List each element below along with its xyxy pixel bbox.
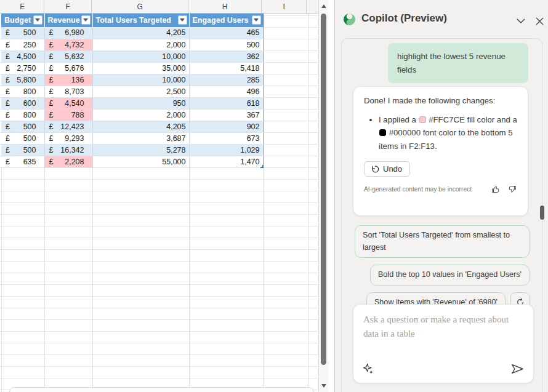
table-row: £800 £8,703 2,500 496: [1, 86, 263, 97]
cell[interactable]: 5,278: [92, 144, 189, 156]
sheet-vertical-scrollbar[interactable]: [318, 0, 328, 392]
cell[interactable]: 5,418: [189, 62, 263, 74]
cell[interactable]: 950: [92, 97, 189, 109]
fill-color-swatch: [419, 116, 426, 123]
cell[interactable]: £635: [1, 156, 44, 167]
table-row: £500 £16,342 5,278 1,029: [1, 144, 263, 156]
column-header-h[interactable]: H: [188, 0, 262, 13]
cell[interactable]: 285: [189, 74, 263, 86]
bottom-overlay: [9, 387, 314, 392]
cell[interactable]: £5,676: [44, 62, 92, 74]
column-header-i[interactable]: I: [262, 0, 307, 13]
suggestion-chips: Sort 'Total Users Targeted' from smalles…: [355, 225, 530, 313]
cell[interactable]: 10,000: [92, 50, 189, 62]
cell[interactable]: 618: [189, 97, 263, 109]
filter-dropdown-icon[interactable]: [81, 15, 91, 25]
cell[interactable]: £800: [1, 86, 44, 97]
thumbs-up-icon[interactable]: [491, 185, 500, 194]
table-row: £800 £788 2,000 367: [1, 109, 263, 121]
cell[interactable]: £12,423: [44, 121, 92, 132]
suggestion-chip-bold[interactable]: Bold the top 10 values in 'Engaged Users…: [370, 265, 530, 286]
spreadsheet-grid[interactable]: E F G H I Budget Revenue Total Users Tar…: [0, 0, 318, 392]
cell[interactable]: £500: [1, 27, 44, 39]
table-resize-handle[interactable]: [260, 165, 264, 168]
cell[interactable]: £800: [1, 109, 44, 121]
app-window: E F G H I Budget Revenue Total Users Tar…: [0, 0, 548, 392]
highlighted-cell[interactable]: £136: [44, 74, 92, 86]
highlighted-cell[interactable]: £4,540: [44, 97, 92, 109]
cell[interactable]: £16,342: [44, 144, 92, 156]
table-row: £5,800 £136 10,000 285: [1, 74, 263, 86]
header-total-users-targeted[interactable]: Total Users Targeted: [92, 14, 189, 27]
cell[interactable]: £5,800: [1, 74, 44, 86]
cell[interactable]: 465: [189, 27, 263, 39]
undo-icon: [371, 165, 379, 174]
table-row: £500 £9,293 3,687 673: [1, 132, 263, 144]
filter-dropdown-icon[interactable]: [33, 15, 42, 25]
cell[interactable]: £500: [1, 132, 44, 144]
response-intro: Done! I made the following changes:: [364, 96, 517, 105]
font-color-swatch: [379, 129, 386, 136]
cell[interactable]: 2,000: [92, 39, 189, 50]
cell[interactable]: 1,029: [189, 144, 263, 156]
table-row: £635 £2,208 55,000 1,470: [1, 156, 263, 167]
cell[interactable]: 673: [189, 132, 263, 144]
sparkle-icon[interactable]: [363, 363, 374, 375]
cell[interactable]: £250: [1, 39, 44, 50]
header-budget[interactable]: Budget: [1, 14, 44, 27]
highlighted-cell[interactable]: £788: [44, 109, 92, 121]
panel-scrollbar-thumb[interactable]: [540, 206, 544, 220]
undo-label: Undo: [383, 164, 402, 174]
cell[interactable]: 2,500: [92, 86, 189, 97]
cell[interactable]: £500: [1, 144, 44, 156]
cell[interactable]: 1,470: [189, 156, 263, 167]
cell[interactable]: £500: [1, 121, 44, 132]
header-engaged-users[interactable]: Engaged Users: [189, 14, 263, 27]
cell[interactable]: 500: [189, 39, 263, 50]
table-row: £4,500 £5,632 10,000 362: [1, 50, 263, 62]
filter-dropdown-icon[interactable]: [178, 15, 187, 25]
cell[interactable]: £8,703: [44, 86, 92, 97]
highlighted-cell[interactable]: £2,208: [44, 156, 92, 167]
suggestion-chip-sort[interactable]: Sort 'Total Users Targeted' from smalles…: [355, 225, 530, 258]
table-row: £600 £4,540 950 618: [1, 97, 263, 109]
scrollbar-thumb[interactable]: [321, 14, 326, 365]
table-row: £2,750 £5,676 35,000 5,418: [1, 62, 263, 74]
thumbs-down-icon[interactable]: [508, 185, 517, 194]
column-header-g[interactable]: G: [92, 0, 188, 13]
copilot-input-card: [353, 304, 534, 383]
cell[interactable]: £9,293: [44, 132, 92, 144]
undo-button[interactable]: Undo: [364, 161, 410, 177]
highlighted-cell[interactable]: £4,732: [44, 39, 92, 50]
ai-disclaimer: AI-generated content may be incorrect: [364, 186, 472, 193]
cell[interactable]: 902: [189, 121, 263, 132]
cell[interactable]: £4,500: [1, 50, 44, 62]
copilot-input[interactable]: [353, 305, 533, 358]
cell[interactable]: 3,687: [92, 132, 189, 144]
cell[interactable]: £6,980: [44, 27, 92, 39]
header-revenue[interactable]: Revenue: [44, 14, 92, 27]
chevron-down-icon[interactable]: [515, 15, 527, 27]
column-header-f[interactable]: F: [44, 0, 92, 13]
cell[interactable]: 55,000: [92, 156, 189, 167]
column-header-partial[interactable]: [307, 0, 318, 13]
cell[interactable]: 496: [189, 86, 263, 97]
header-label: Revenue: [48, 16, 80, 25]
cell[interactable]: 362: [189, 50, 263, 62]
filter-dropdown-icon[interactable]: [252, 15, 261, 25]
cell[interactable]: £600: [1, 97, 44, 109]
cell[interactable]: 2,000: [92, 109, 189, 121]
cell[interactable]: 4,205: [92, 27, 189, 39]
send-icon[interactable]: [511, 363, 524, 375]
cell[interactable]: 35,000: [92, 62, 189, 74]
column-header-e[interactable]: E: [1, 0, 44, 13]
cell[interactable]: 4,205: [92, 121, 189, 132]
scroll-down-icon[interactable]: [321, 384, 326, 388]
cell[interactable]: £2,750: [1, 62, 44, 74]
cell[interactable]: 10,000: [92, 74, 189, 86]
close-icon[interactable]: [533, 15, 546, 27]
scroll-up-icon[interactable]: [321, 4, 326, 8]
cell[interactable]: £5,632: [44, 50, 92, 62]
header-label: Engaged Users: [193, 16, 249, 25]
cell[interactable]: 367: [189, 109, 263, 121]
